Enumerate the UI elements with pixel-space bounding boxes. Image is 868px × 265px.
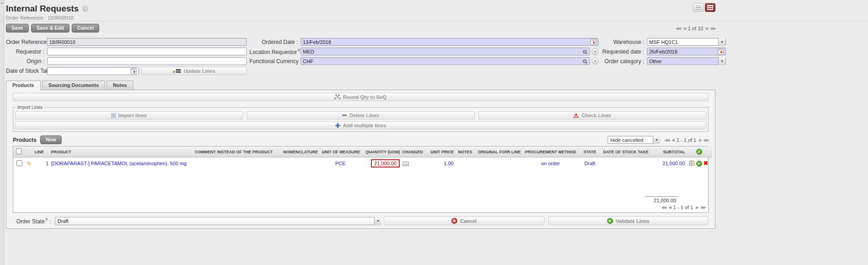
- location-requestor-search-icon[interactable]: [583, 50, 587, 54]
- edit-row-icon[interactable]: ✎: [27, 160, 32, 167]
- hide-cancelled-select[interactable]: Hide cancelled ▼: [608, 136, 659, 144]
- col-uom[interactable]: UNIT OF MEASURE: [321, 146, 360, 157]
- col-state[interactable]: STATE: [577, 146, 602, 157]
- col-line[interactable]: LINE: [33, 146, 50, 157]
- row-ok-icon[interactable]: ✓: [696, 161, 702, 167]
- page-title: Internal Requests: [6, 4, 79, 14]
- notebook-tabs: Products Sourcing Documents Notes: [6, 81, 715, 90]
- col-unit-price[interactable]: UNIT PRICE: [424, 146, 455, 157]
- tab-products[interactable]: Products: [6, 81, 41, 90]
- new-line-button[interactable]: New: [40, 135, 62, 144]
- order-category-dropdown-icon[interactable]: ▼: [718, 57, 725, 65]
- location-requestor-help-icon[interactable]: ?: [297, 48, 301, 53]
- cancel-order-button[interactable]: ✕ Cancel: [384, 216, 545, 225]
- warning-icon: ⚠: [573, 113, 579, 119]
- functional-currency-search-icon[interactable]: [583, 59, 587, 63]
- col-nomenclature[interactable]: NOMENCLATURE: [281, 146, 321, 157]
- delete-lines-button[interactable]: Delete Lines: [247, 111, 475, 119]
- lines-previous-page-icon[interactable]: ◀: [672, 138, 674, 142]
- requested-date-calendar-icon[interactable]: [718, 49, 724, 54]
- col-procurement-method[interactable]: PROCUREMENT METHOD: [524, 146, 577, 157]
- add-multiple-lines-button[interactable]: ✚ Add multiple lines: [15, 121, 706, 130]
- col-quantity[interactable]: QUANTITY (UOM): [360, 146, 401, 157]
- lines-bottom-next-page-icon[interactable]: ▶: [696, 205, 698, 210]
- requestor-input[interactable]: [47, 48, 247, 55]
- last-record-icon[interactable]: ▶▶: [711, 26, 715, 31]
- header-ok-icon: ✓: [696, 149, 702, 155]
- first-record-icon[interactable]: ◀◀: [676, 26, 680, 31]
- list-view-button[interactable]: [693, 3, 704, 12]
- cell-subtotal: 21,000.00: [650, 157, 686, 170]
- ordered-date-field[interactable]: 13/Feb/2018: [301, 38, 598, 46]
- import-lines-legend: Import Lines: [16, 105, 44, 110]
- cancel-button[interactable]: Cancel: [72, 24, 99, 32]
- col-original-line[interactable]: ORIGINAL FO/IR LINE: [475, 146, 524, 157]
- order-state-help-icon[interactable]: ?: [45, 217, 48, 222]
- cell-date-of-stock-take: [602, 157, 650, 170]
- order-state-select[interactable]: Draft ▼: [55, 217, 380, 225]
- save-button[interactable]: Save: [6, 24, 29, 32]
- col-subtotal[interactable]: SUBTOTAL: [650, 146, 686, 157]
- requestor-label: Requestor :: [6, 49, 44, 55]
- cell-product[interactable]: [DORAPARAST-] PARACETAMOL (acetaminophen…: [50, 157, 187, 170]
- round-qty-button[interactable]: Round Qty to SoQ: [13, 93, 709, 101]
- validate-lines-button[interactable]: ✓ Validate Lines: [548, 216, 709, 225]
- lines-pager-top: ◀◀ ◀ 1 - 1 of 1 ▶ ▶▶: [664, 137, 709, 143]
- previous-record-icon[interactable]: ◀: [683, 26, 685, 31]
- update-lines-button[interactable]: Update Lines: [142, 67, 247, 75]
- order-state-dropdown-icon[interactable]: ▼: [374, 217, 381, 225]
- col-notes[interactable]: NOTES: [455, 146, 475, 157]
- sidebar-expand-strip[interactable]: »: [0, 0, 4, 265]
- title-help-icon[interactable]: ?: [82, 6, 88, 12]
- delete-row-icon[interactable]: ✖: [704, 160, 709, 167]
- date-of-stock-take-label: Date of Stock Take :: [6, 68, 44, 74]
- col-date-of-stock-take[interactable]: DATE OF STOCK TAKE: [602, 146, 650, 157]
- form-view-button[interactable]: [705, 3, 715, 12]
- functional-currency-field[interactable]: CHF: [301, 57, 590, 65]
- location-requestor-field[interactable]: MED: [301, 48, 590, 55]
- next-record-icon[interactable]: ▶: [706, 26, 708, 31]
- hide-cancelled-dropdown-icon[interactable]: ▼: [653, 136, 660, 144]
- select-all-checkbox[interactable]: [16, 148, 22, 154]
- lines-bottom-previous-page-icon[interactable]: ◀: [668, 205, 671, 210]
- split-line-icon[interactable]: [689, 160, 694, 165]
- quantity-value[interactable]: 21,000.00: [371, 159, 400, 168]
- import-lines-button[interactable]: Import lines: [15, 111, 243, 119]
- check-lines-button[interactable]: ⚠ Check Lines: [478, 111, 706, 119]
- functional-currency-dropdown-icon[interactable]: ▾: [592, 58, 598, 65]
- save-edit-button[interactable]: Save & Edit: [31, 24, 70, 32]
- import-lines-group: Import Lines Import lines Delete Lines ⚠…: [13, 105, 709, 132]
- order-category-label: Order category :: [601, 58, 644, 65]
- form-view-icon: [707, 5, 713, 10]
- col-comment[interactable]: COMMENT INSTEAD OF THE PRODUCT: [187, 146, 281, 157]
- tab-sourcing-documents[interactable]: Sourcing Documents: [42, 81, 106, 90]
- order-reference-label: Order Reference :: [6, 39, 44, 45]
- ordered-date-label: Ordered Date :: [249, 39, 298, 45]
- location-requestor-dropdown-icon[interactable]: ▾: [592, 48, 598, 55]
- col-product[interactable]: PRODUCT: [50, 146, 187, 157]
- lines-bottom-last-page-icon[interactable]: ▶▶: [701, 205, 705, 210]
- lines-last-page-icon[interactable]: ▶▶: [704, 138, 709, 142]
- record-pager: ◀◀ ◀ 1 of 10 ▶ ▶▶: [676, 26, 715, 31]
- order-reference-field[interactable]: 18/IR00010: [47, 38, 247, 46]
- ordered-date-calendar-icon[interactable]: [590, 39, 596, 45]
- warehouse-select[interactable]: MSF HQ1C1 ▼: [647, 38, 726, 46]
- expand-sidebar-icon[interactable]: »: [0, 1, 3, 5]
- row-checkbox[interactable]: [16, 160, 22, 166]
- date-of-stock-take-field[interactable]: [47, 67, 139, 75]
- col-changed[interactable]: CHANGED: [401, 146, 424, 157]
- update-lines-icon: [176, 69, 181, 73]
- lines-pager-bottom: ◀◀ ◀ 1 - 1 of 1 ▶ ▶▶: [661, 205, 705, 210]
- warehouse-dropdown-icon[interactable]: ▼: [718, 38, 725, 46]
- lines-first-page-icon[interactable]: ◀◀: [664, 138, 669, 142]
- requested-date-field[interactable]: 26/Feb/2018: [647, 48, 726, 55]
- changed-indicator: [402, 162, 409, 166]
- lines-next-page-icon[interactable]: ▶: [699, 138, 701, 142]
- date-of-stock-take-calendar-icon[interactable]: [131, 68, 137, 74]
- tab-notes[interactable]: Notes: [106, 81, 133, 90]
- order-category-select[interactable]: Other ▼: [647, 57, 726, 65]
- table-row[interactable]: ✎ 1 [DORAPARAST-] PARACETAMOL (acetamino…: [13, 157, 712, 170]
- origin-input[interactable]: [47, 57, 247, 65]
- subtotal-sum: 21,000.00: [645, 196, 678, 203]
- lines-bottom-first-page-icon[interactable]: ◀◀: [661, 205, 666, 210]
